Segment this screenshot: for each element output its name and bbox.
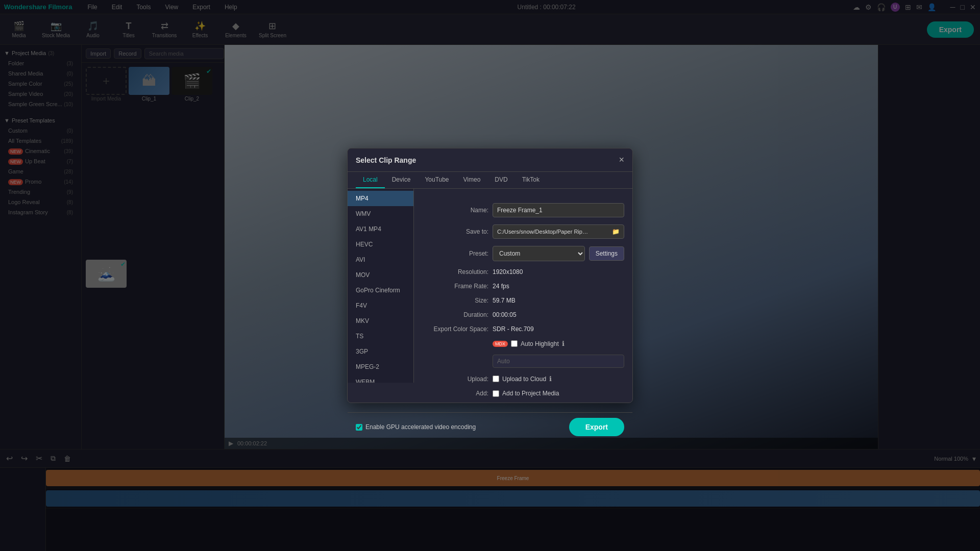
format-f4v[interactable]: F4V xyxy=(348,298,413,313)
resolution-row: Resolution: 980x551 xyxy=(422,268,624,276)
size-row: Size: 59.7 MB xyxy=(422,297,624,304)
upload-checkbox-row: Upload to Cloud ℹ xyxy=(493,375,552,383)
auto-highlight-row: MDX Auto Highlight ℹ xyxy=(422,340,624,347)
export-modal-button[interactable]: Export xyxy=(569,418,624,436)
format-ts[interactable]: TS xyxy=(348,329,413,344)
format-list: MP4 WMV AV1 MP4 HEVC AVI MOV GoPro Cinef… xyxy=(348,189,414,383)
auto-highlight-checkbox-row: MDX Auto Highlight ℹ xyxy=(493,340,565,347)
preset-select[interactable]: Custom xyxy=(493,246,585,261)
info-icon-highlight[interactable]: ℹ xyxy=(562,340,565,347)
duration-value: 00:00:05 xyxy=(493,311,624,318)
gpu-encode-checkbox[interactable] xyxy=(356,424,362,431)
size-label: Size: xyxy=(422,297,488,304)
format-webm[interactable]: WEBM xyxy=(348,374,413,383)
auto-highlight-checkbox[interactable] xyxy=(511,340,518,347)
export-modal: Select Clip Range × Local Device YouTube… xyxy=(347,148,633,403)
settings-button[interactable]: Settings xyxy=(589,246,624,261)
format-av1mp4[interactable]: AV1 MP4 xyxy=(348,221,413,237)
add-checkbox-row: Add to Project Media xyxy=(493,390,559,397)
tab-tiktok[interactable]: TikTok xyxy=(515,172,547,188)
tab-local[interactable]: Local xyxy=(356,172,385,188)
format-mov[interactable]: MOV xyxy=(348,267,413,283)
auto-highlight-label: Auto Highlight xyxy=(521,340,559,347)
upload-row: Upload: Upload to Cloud ℹ xyxy=(422,375,624,383)
add-row: Add: Add to Project Media xyxy=(422,390,624,397)
auto-select-row: Auto xyxy=(422,355,624,368)
format-gopro[interactable]: GoPro Cineform xyxy=(348,283,413,298)
add-project-checkbox[interactable] xyxy=(493,390,499,397)
export-settings: Name: Save to: C:/Users/snow/Desktop/Pap… xyxy=(414,189,632,412)
gpu-checkbox-row: Enable GPU accelerated video encoding xyxy=(356,423,476,431)
modal-overlay: Select Clip Range × Local Device YouTube… xyxy=(0,0,980,551)
format-hevc[interactable]: HEVC xyxy=(348,237,413,252)
modal-header: Select Clip Range × xyxy=(348,148,632,172)
preset-row: Preset: Custom Settings xyxy=(422,246,624,261)
modal-footer: Enable GPU accelerated video encoding Ex… xyxy=(348,412,632,441)
gpu-encode-label: Enable GPU accelerated video encoding xyxy=(365,423,476,431)
upload-label: Upload: xyxy=(422,375,488,383)
format-mp4[interactable]: MP4 xyxy=(348,191,413,206)
info-icon-upload[interactable]: ℹ xyxy=(549,375,552,383)
mdvx-badge: MDX xyxy=(493,341,508,347)
upload-cloud-label: Upload to Cloud xyxy=(502,375,546,383)
modal-body: MP4 WMV AV1 MP4 HEVC AVI MOV GoPro Cinef… xyxy=(348,189,632,412)
preset-label: Preset: xyxy=(422,250,488,257)
modal-close-button[interactable]: × xyxy=(619,155,624,165)
name-input[interactable] xyxy=(493,203,624,217)
format-mkv[interactable]: MKV xyxy=(348,313,413,329)
frame-rate-row: Frame Rate: 24 fps xyxy=(422,283,624,290)
color-space-row: Export Color Space: SDR - Rec.709 xyxy=(422,325,624,333)
tab-youtube[interactable]: YouTube xyxy=(418,172,456,188)
save-to-row: Save to: C:/Users/snow/Desktop/Paper Rip… xyxy=(422,224,624,239)
format-3gp[interactable]: 3GP xyxy=(348,344,413,359)
save-to-path[interactable]: C:/Users/snow/Desktop/Paper Rip Transti … xyxy=(493,224,624,239)
folder-icon[interactable]: 📁 xyxy=(612,228,620,235)
tab-device[interactable]: Device xyxy=(385,172,418,188)
name-label: Name: xyxy=(422,207,488,214)
frame-rate-label: Frame Rate: xyxy=(422,283,488,290)
add-label: Add: xyxy=(422,390,488,397)
modal-tabs: Local Device YouTube Vimeo DVD TikTok xyxy=(348,172,632,189)
size-value: 59.7 MB xyxy=(493,297,624,304)
modal-title: Select Clip Range xyxy=(356,156,416,164)
resolution-value: 980x551 xyxy=(493,268,624,276)
auto-select-dropdown: Auto xyxy=(493,355,624,368)
format-wmv[interactable]: WMV xyxy=(348,206,413,221)
frame-rate-value: 24 fps xyxy=(493,283,624,290)
color-space-value: SDR - Rec.709 xyxy=(493,325,624,333)
save-to-label: Save to: xyxy=(422,228,488,235)
path-value: C:/Users/snow/Desktop/Paper Rip Transti xyxy=(497,229,589,235)
color-space-label: Export Color Space: xyxy=(422,325,488,333)
tab-vimeo[interactable]: Vimeo xyxy=(456,172,488,188)
tab-dvd[interactable]: DVD xyxy=(487,172,514,188)
add-project-label: Add to Project Media xyxy=(502,390,559,397)
name-row: Name: xyxy=(422,203,624,217)
duration-row: Duration: 00:00:05 xyxy=(422,311,624,318)
format-mpeg2[interactable]: MPEG-2 xyxy=(348,359,413,374)
resolution-label: Resolution: xyxy=(422,268,488,276)
format-avi[interactable]: AVI xyxy=(348,252,413,267)
duration-label: Duration: xyxy=(422,311,488,318)
upload-cloud-checkbox[interactable] xyxy=(493,375,499,382)
